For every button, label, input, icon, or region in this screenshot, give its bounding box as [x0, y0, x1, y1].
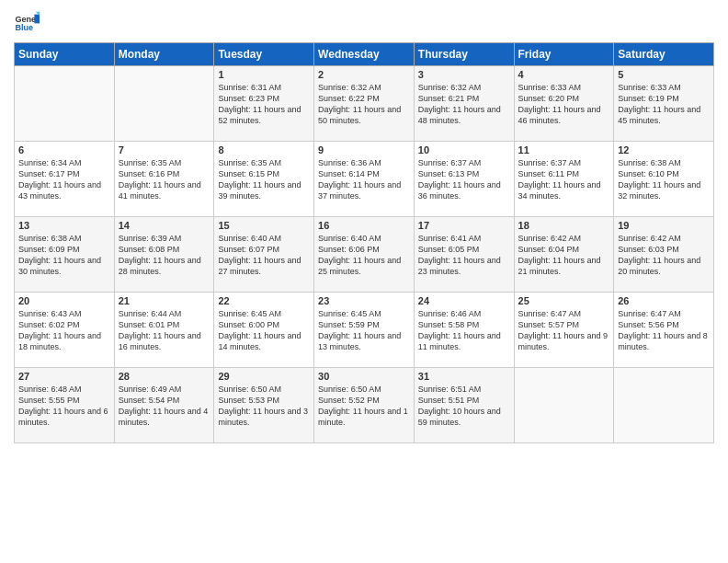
calendar-cell: 14Sunrise: 6:39 AM Sunset: 6:08 PM Dayli…: [114, 217, 214, 293]
calendar-cell: [114, 66, 214, 142]
calendar-cell: 18Sunrise: 6:42 AM Sunset: 6:04 PM Dayli…: [514, 217, 614, 293]
day-number: 24: [418, 295, 510, 306]
calendar-cell: 20Sunrise: 6:43 AM Sunset: 6:02 PM Dayli…: [15, 293, 115, 368]
calendar-cell: 21Sunrise: 6:44 AM Sunset: 6:01 PM Dayli…: [114, 293, 214, 368]
cell-content: Sunrise: 6:50 AM Sunset: 5:52 PM Dayligh…: [318, 384, 410, 429]
calendar-cell: 3Sunrise: 6:32 AM Sunset: 6:21 PM Daylig…: [414, 66, 514, 142]
cell-content: Sunrise: 6:49 AM Sunset: 5:54 PM Dayligh…: [119, 384, 210, 429]
day-number: 4: [518, 69, 610, 80]
day-number: 9: [318, 144, 410, 155]
day-number: 30: [318, 371, 410, 382]
weekday-header: Saturday: [614, 43, 714, 66]
calendar-cell: 31Sunrise: 6:51 AM Sunset: 5:51 PM Dayli…: [414, 368, 514, 443]
cell-content: Sunrise: 6:34 AM Sunset: 6:17 PM Dayligh…: [18, 157, 110, 202]
day-number: 6: [18, 144, 110, 155]
day-number: 14: [119, 220, 210, 231]
cell-content: Sunrise: 6:32 AM Sunset: 6:21 PM Dayligh…: [418, 82, 510, 127]
cell-content: Sunrise: 6:51 AM Sunset: 5:51 PM Dayligh…: [418, 384, 510, 429]
day-number: 15: [218, 220, 310, 231]
cell-content: Sunrise: 6:45 AM Sunset: 6:00 PM Dayligh…: [218, 308, 310, 353]
day-number: 27: [18, 371, 110, 382]
cell-content: Sunrise: 6:38 AM Sunset: 6:10 PM Dayligh…: [618, 157, 710, 202]
cell-content: Sunrise: 6:39 AM Sunset: 6:08 PM Dayligh…: [119, 233, 210, 278]
cell-content: Sunrise: 6:43 AM Sunset: 6:02 PM Dayligh…: [18, 308, 110, 353]
calendar-cell: 8Sunrise: 6:35 AM Sunset: 6:15 PM Daylig…: [214, 142, 314, 217]
day-number: 21: [119, 295, 210, 306]
day-number: 31: [418, 371, 510, 382]
cell-content: Sunrise: 6:45 AM Sunset: 5:59 PM Dayligh…: [318, 308, 410, 353]
cell-content: Sunrise: 6:33 AM Sunset: 6:20 PM Dayligh…: [518, 82, 610, 127]
day-number: 3: [418, 69, 510, 80]
calendar-cell: 6Sunrise: 6:34 AM Sunset: 6:17 PM Daylig…: [15, 142, 115, 217]
calendar-cell: 11Sunrise: 6:37 AM Sunset: 6:11 PM Dayli…: [514, 142, 614, 217]
weekday-header: Tuesday: [214, 43, 314, 66]
day-number: 22: [218, 295, 310, 306]
day-number: 17: [418, 220, 510, 231]
calendar-table: SundayMondayTuesdayWednesdayThursdayFrid…: [14, 42, 714, 443]
cell-content: Sunrise: 6:44 AM Sunset: 6:01 PM Dayligh…: [119, 308, 210, 353]
svg-marker-2: [34, 15, 40, 24]
day-number: 23: [318, 295, 410, 306]
calendar-row: 1Sunrise: 6:31 AM Sunset: 6:23 PM Daylig…: [15, 66, 714, 142]
calendar-cell: 24Sunrise: 6:46 AM Sunset: 5:58 PM Dayli…: [414, 293, 514, 368]
logo: General Blue: [14, 9, 40, 35]
calendar-row: 13Sunrise: 6:38 AM Sunset: 6:09 PM Dayli…: [15, 217, 714, 293]
cell-content: Sunrise: 6:38 AM Sunset: 6:09 PM Dayligh…: [18, 233, 110, 278]
day-number: 20: [18, 295, 110, 306]
day-number: 28: [119, 371, 210, 382]
calendar-cell: 22Sunrise: 6:45 AM Sunset: 6:00 PM Dayli…: [214, 293, 314, 368]
calendar-cell: 28Sunrise: 6:49 AM Sunset: 5:54 PM Dayli…: [114, 368, 214, 443]
calendar-cell: [614, 368, 714, 443]
calendar-row: 6Sunrise: 6:34 AM Sunset: 6:17 PM Daylig…: [15, 142, 714, 217]
day-number: 25: [518, 295, 610, 306]
calendar-cell: 1Sunrise: 6:31 AM Sunset: 6:23 PM Daylig…: [214, 66, 314, 142]
calendar-cell: 10Sunrise: 6:37 AM Sunset: 6:13 PM Dayli…: [414, 142, 514, 217]
day-number: 18: [518, 220, 610, 231]
cell-content: Sunrise: 6:47 AM Sunset: 5:56 PM Dayligh…: [618, 308, 710, 353]
calendar-cell: 30Sunrise: 6:50 AM Sunset: 5:52 PM Dayli…: [314, 368, 415, 443]
day-number: 10: [418, 144, 510, 155]
cell-content: Sunrise: 6:40 AM Sunset: 6:07 PM Dayligh…: [218, 233, 310, 278]
calendar-cell: 9Sunrise: 6:36 AM Sunset: 6:14 PM Daylig…: [314, 142, 415, 217]
calendar-cell: 5Sunrise: 6:33 AM Sunset: 6:19 PM Daylig…: [614, 66, 714, 142]
weekday-header: Sunday: [15, 43, 115, 66]
calendar-cell: 15Sunrise: 6:40 AM Sunset: 6:07 PM Dayli…: [214, 217, 314, 293]
cell-content: Sunrise: 6:32 AM Sunset: 6:22 PM Dayligh…: [318, 82, 410, 127]
cell-content: Sunrise: 6:37 AM Sunset: 6:13 PM Dayligh…: [418, 157, 510, 202]
cell-content: Sunrise: 6:36 AM Sunset: 6:14 PM Dayligh…: [318, 157, 410, 202]
calendar-cell: 19Sunrise: 6:42 AM Sunset: 6:03 PM Dayli…: [614, 217, 714, 293]
cell-content: Sunrise: 6:42 AM Sunset: 6:03 PM Dayligh…: [618, 233, 710, 278]
cell-content: Sunrise: 6:41 AM Sunset: 6:05 PM Dayligh…: [418, 233, 510, 278]
calendar-cell: 7Sunrise: 6:35 AM Sunset: 6:16 PM Daylig…: [114, 142, 214, 217]
cell-content: Sunrise: 6:37 AM Sunset: 6:11 PM Dayligh…: [518, 157, 610, 202]
day-number: 5: [618, 69, 710, 80]
calendar-row: 20Sunrise: 6:43 AM Sunset: 6:02 PM Dayli…: [15, 293, 714, 368]
cell-content: Sunrise: 6:33 AM Sunset: 6:19 PM Dayligh…: [618, 82, 710, 127]
cell-content: Sunrise: 6:42 AM Sunset: 6:04 PM Dayligh…: [518, 233, 610, 278]
day-number: 11: [518, 144, 610, 155]
weekday-header: Thursday: [414, 43, 514, 66]
calendar-cell: 12Sunrise: 6:38 AM Sunset: 6:10 PM Dayli…: [614, 142, 714, 217]
calendar-cell: [15, 66, 115, 142]
cell-content: Sunrise: 6:50 AM Sunset: 5:53 PM Dayligh…: [218, 384, 310, 429]
calendar-cell: 29Sunrise: 6:50 AM Sunset: 5:53 PM Dayli…: [214, 368, 314, 443]
day-number: 26: [618, 295, 710, 306]
cell-content: Sunrise: 6:48 AM Sunset: 5:55 PM Dayligh…: [18, 384, 110, 429]
logo-icon: General Blue: [14, 9, 40, 35]
calendar-cell: 13Sunrise: 6:38 AM Sunset: 6:09 PM Dayli…: [15, 217, 115, 293]
day-number: 12: [618, 144, 710, 155]
day-number: 2: [318, 69, 410, 80]
cell-content: Sunrise: 6:47 AM Sunset: 5:57 PM Dayligh…: [518, 308, 610, 353]
cell-content: Sunrise: 6:46 AM Sunset: 5:58 PM Dayligh…: [418, 308, 510, 353]
day-number: 13: [18, 220, 110, 231]
page-header: General Blue: [14, 9, 714, 35]
day-number: 1: [218, 69, 310, 80]
calendar-cell: 26Sunrise: 6:47 AM Sunset: 5:56 PM Dayli…: [614, 293, 714, 368]
weekday-header-row: SundayMondayTuesdayWednesdayThursdayFrid…: [15, 43, 714, 66]
calendar-cell: 17Sunrise: 6:41 AM Sunset: 6:05 PM Dayli…: [414, 217, 514, 293]
day-number: 7: [119, 144, 210, 155]
calendar-cell: 23Sunrise: 6:45 AM Sunset: 5:59 PM Dayli…: [314, 293, 415, 368]
calendar-cell: 27Sunrise: 6:48 AM Sunset: 5:55 PM Dayli…: [15, 368, 115, 443]
calendar-cell: 16Sunrise: 6:40 AM Sunset: 6:06 PM Dayli…: [314, 217, 415, 293]
cell-content: Sunrise: 6:31 AM Sunset: 6:23 PM Dayligh…: [218, 82, 310, 127]
